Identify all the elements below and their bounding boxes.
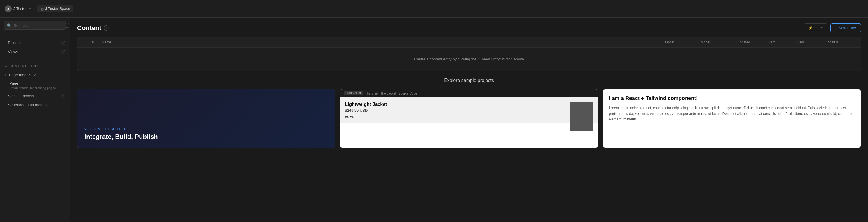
card-builder-eyebrow: WELCOME TO BUILDER bbox=[84, 127, 158, 131]
chevron-right-icon-section: › bbox=[5, 94, 5, 97]
sidebar-item-page-models[interactable]: ∨ Page models ? bbox=[0, 70, 70, 80]
sidebar-subitem-page[interactable]: Page Default model for creating pages bbox=[0, 80, 70, 91]
table-header-row: ☐ ⇅ Name Target Model Updated Start End … bbox=[78, 37, 861, 47]
topbar-item1: The Shirt bbox=[365, 92, 378, 95]
card-product-body: Lightweight Jacket $249.99 USD ACME bbox=[340, 97, 598, 123]
col-name[interactable]: Name bbox=[102, 40, 663, 44]
views-label: Views bbox=[8, 50, 59, 54]
external-link-icon: ↗ bbox=[28, 7, 31, 10]
explore-title: Explore sample projects bbox=[77, 78, 861, 83]
divider-content-types bbox=[3, 59, 66, 59]
sidebar-item-section-models[interactable]: › Section models ? bbox=[0, 91, 70, 100]
explore-section: Explore sample projects WELCOME TO BUILD… bbox=[70, 71, 868, 155]
col-status[interactable]: Status bbox=[828, 40, 857, 44]
product-price: $249.99 USD bbox=[345, 108, 593, 113]
new-entry-label: + New Entry bbox=[835, 26, 856, 30]
col-checkbox[interactable]: ☐ bbox=[81, 40, 90, 44]
card-react-content: I am a React + Tailwind component! Lorem… bbox=[603, 89, 861, 148]
page-models-label: Page models bbox=[9, 73, 31, 77]
page-models-help-icon[interactable]: ? bbox=[34, 73, 36, 77]
page-title: Content bbox=[77, 24, 101, 32]
card-product-topbar: Product Cat The Shirt The Jacket Source … bbox=[340, 89, 598, 97]
chevron-right-icon-struct: › bbox=[5, 103, 5, 106]
chevron-right-icon-views: › bbox=[5, 50, 5, 53]
search-container: 🔍 / bbox=[0, 21, 70, 33]
main-layout: 🔍 / › Folders ? › Views ? ≡ CONTENT TYPE… bbox=[0, 18, 868, 222]
col-start[interactable]: Start bbox=[767, 40, 797, 44]
card-builder-title: Integrate, Build, Publish bbox=[84, 133, 158, 140]
sidebar: 🔍 / › Folders ? › Views ? ≡ CONTENT TYPE… bbox=[0, 18, 70, 222]
sidebar-item-structured-data[interactable]: › Structured data models bbox=[0, 100, 70, 109]
filter-button[interactable]: ⚡ Filter bbox=[804, 23, 828, 32]
chevron-right-icon: › bbox=[5, 41, 5, 44]
search-input[interactable] bbox=[14, 23, 63, 28]
chevron-down-icon-page: ∨ bbox=[5, 73, 7, 76]
product-brand: ACME bbox=[345, 115, 593, 119]
content-title-group: Content ? bbox=[77, 24, 109, 32]
new-entry-button[interactable]: + New Entry bbox=[830, 23, 861, 32]
space-icon: ▦ bbox=[40, 7, 43, 11]
col-end[interactable]: End bbox=[798, 40, 827, 44]
card-product-content: Product Cat The Shirt The Jacket Source … bbox=[340, 89, 598, 148]
space-label: J Tester Space bbox=[45, 6, 70, 11]
product-cat-badge: Product Cat bbox=[344, 91, 363, 95]
views-help-icon[interactable]: ? bbox=[61, 50, 65, 54]
col-target[interactable]: Target bbox=[664, 40, 700, 44]
explore-card-builder[interactable]: WELCOME TO BUILDER Integrate, Build, Pub… bbox=[77, 89, 335, 148]
folders-help-icon[interactable]: ? bbox=[61, 41, 65, 45]
col-updated[interactable]: Updated bbox=[737, 40, 766, 44]
user-breadcrumb[interactable]: J J Tester ↗ bbox=[5, 5, 31, 12]
content-types-label: CONTENT TYPES bbox=[9, 64, 40, 68]
topbar-item2: The Jacket bbox=[380, 92, 396, 95]
user-label: J Tester bbox=[13, 6, 27, 11]
content-help-icon[interactable]: ? bbox=[104, 25, 109, 31]
sidebar-item-folders[interactable]: › Folders ? bbox=[0, 38, 70, 47]
content-types-icon: ≡ bbox=[5, 64, 7, 68]
topbar-item3: Source Code bbox=[399, 92, 417, 95]
product-name: Lightweight Jacket bbox=[345, 102, 593, 107]
explore-card-react[interactable]: I am a React + Tailwind component! Lorem… bbox=[603, 89, 861, 148]
col-model[interactable]: Model bbox=[701, 40, 736, 44]
topbar: J J Tester ↗ › ▦ J Tester Space bbox=[0, 0, 868, 18]
card-builder-content: WELCOME TO BUILDER Integrate, Build, Pub… bbox=[78, 89, 335, 148]
page-model-item-label: Page bbox=[9, 81, 65, 86]
content-types-header: ≡ CONTENT TYPES bbox=[0, 61, 70, 70]
breadcrumb-separator: › bbox=[33, 6, 35, 11]
divider-top bbox=[3, 36, 66, 36]
content-area: Content ? ⚡ Filter + New Entry ☐ ⇅ Name … bbox=[70, 18, 868, 222]
card-react-title: I am a React + Tailwind component! bbox=[609, 95, 855, 102]
page-model-item-desc: Default model for creating pages bbox=[9, 86, 65, 90]
filter-label: Filter bbox=[814, 26, 823, 30]
table-empty-message: Create a content entry by clicking the "… bbox=[78, 47, 861, 71]
avatar: J bbox=[5, 5, 12, 12]
content-header: Content ? ⚡ Filter + New Entry bbox=[70, 18, 868, 37]
card-react-body: Lorem ipsum dolor sit amet, consectetur … bbox=[609, 105, 855, 122]
search-shortcut: / bbox=[65, 23, 69, 28]
explore-cards: WELCOME TO BUILDER Integrate, Build, Pub… bbox=[77, 89, 861, 148]
col-sort-icon[interactable]: ⇅ bbox=[91, 40, 101, 44]
section-models-label: Section models bbox=[8, 94, 59, 98]
explore-card-product[interactable]: Product Cat The Shirt The Jacket Source … bbox=[340, 89, 598, 148]
section-models-help-icon[interactable]: ? bbox=[61, 94, 65, 98]
filter-icon: ⚡ bbox=[808, 26, 813, 30]
folders-label: Folders bbox=[8, 40, 59, 45]
space-breadcrumb[interactable]: ▦ J Tester Space bbox=[37, 5, 73, 12]
sidebar-item-views[interactable]: › Views ? bbox=[0, 47, 70, 56]
header-actions: ⚡ Filter + New Entry bbox=[804, 23, 861, 32]
content-table: ☐ ⇅ Name Target Model Updated Start End … bbox=[77, 37, 861, 71]
structured-data-label: Structured data models bbox=[8, 103, 65, 107]
product-image bbox=[570, 102, 593, 131]
search-icon: 🔍 bbox=[7, 23, 11, 28]
search-wrapper[interactable]: 🔍 / bbox=[3, 21, 66, 30]
